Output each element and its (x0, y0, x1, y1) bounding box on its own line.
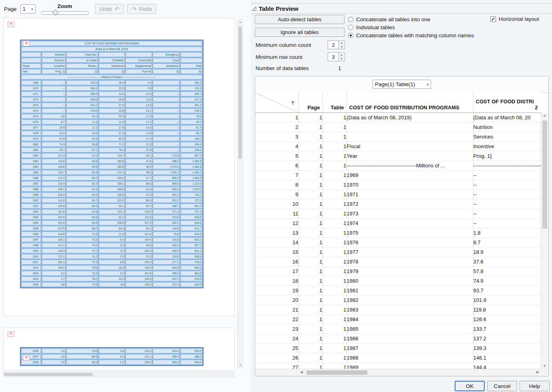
row-number-cell[interactable]: 12 (255, 218, 298, 228)
ignore-all-tables-button[interactable]: Ignore all tables (255, 28, 344, 37)
cell[interactable]: 1 (322, 122, 347, 132)
row-number-cell[interactable]: 2 (255, 122, 298, 132)
radio-option[interactable]: Concatenate tables with matching column … (348, 31, 474, 39)
scrollbar-thumb[interactable] (542, 121, 547, 229)
cell[interactable]: 1 (298, 285, 322, 295)
spin-down-icon[interactable]: ▼ (339, 57, 344, 61)
cell[interactable]: 1 (322, 141, 347, 151)
cell[interactable]: 1 (298, 314, 322, 324)
table-row[interactable]: 611-------------------------------------… (255, 161, 541, 170)
table-row[interactable]: 111(Data as of March 08, 2019)(Data as o… (255, 113, 541, 122)
table-row[interactable]: 1711197957.8 (255, 266, 541, 276)
cell[interactable]: 1 (322, 209, 347, 218)
table-row[interactable]: 25111987139.3 (255, 343, 541, 353)
cell[interactable]: 1 (298, 343, 322, 353)
cell[interactable]: 139.3 (473, 343, 541, 353)
cell[interactable]: 1 (322, 285, 347, 295)
cell[interactable]: 8.7 (473, 237, 541, 247)
cell[interactable]: 1982 (347, 295, 473, 305)
scroll-down-icon[interactable]: ▾ (238, 363, 243, 367)
cell[interactable]: 1 (298, 132, 322, 141)
cell[interactable]: 1972 (347, 199, 473, 209)
table-row[interactable]: 9111971-- (255, 189, 541, 199)
cell[interactable]: 74.9 (473, 276, 541, 285)
cell[interactable]: 1976 (347, 237, 473, 247)
cell[interactable]: 1 (322, 151, 347, 161)
table-row[interactable]: 1611197837.6 (255, 257, 541, 266)
row-number-cell[interactable]: 21 (255, 305, 298, 314)
cell[interactable]: 1 (322, 199, 347, 209)
cell[interactable]: 1 (298, 113, 322, 122)
row-number-cell[interactable]: 26 (255, 353, 298, 362)
cell[interactable]: 1 (298, 199, 322, 209)
cell[interactable]: ----------------------------------------… (347, 161, 473, 170)
table-row[interactable]: 141119768.7 (255, 237, 541, 247)
scrollbar-thumb[interactable] (238, 26, 242, 159)
redo-button[interactable]: ↷ Redo (127, 4, 156, 14)
cell[interactable]: 1 (298, 228, 322, 237)
table-row[interactable]: 1911198193.7 (255, 285, 541, 295)
scrollbar-thumb[interactable] (306, 370, 367, 375)
cell[interactable]: 1975 (347, 228, 473, 237)
page-select[interactable]: 1 ▾ (20, 4, 36, 14)
spin-down-icon[interactable]: ▼ (339, 45, 344, 49)
cell[interactable]: 144.4 (473, 362, 541, 369)
row-number-cell[interactable]: 25 (255, 343, 298, 353)
cell[interactable]: 1986 (347, 334, 473, 343)
cancel-button[interactable]: Cancel (487, 381, 517, 391)
cell[interactable]: 57.8 (473, 266, 541, 276)
row-number-cell[interactable]: 15 (255, 247, 298, 257)
table-row[interactable]: 1811198074.9 (255, 276, 541, 285)
cell[interactable]: -- (473, 199, 541, 209)
cell[interactable]: 1 (298, 170, 322, 180)
cell[interactable]: 1 (298, 247, 322, 257)
table-row[interactable]: 1511197718.9 (255, 247, 541, 257)
cell[interactable]: 1 (322, 324, 347, 334)
cell[interactable]: 1974 (347, 218, 473, 228)
cell[interactable]: 1 (298, 266, 322, 276)
cell[interactable]: 18.9 (473, 247, 541, 257)
row-number-cell[interactable]: 20 (255, 295, 298, 305)
row-number-cell[interactable]: 9 (255, 189, 298, 199)
cell[interactable]: 119.8 (473, 305, 541, 314)
table-row[interactable]: 22111984126.6 (255, 314, 541, 324)
cell[interactable]: Fiscal (347, 141, 473, 151)
scroll-left-icon[interactable]: ◀ (300, 370, 303, 374)
row-number-cell[interactable]: 24 (255, 334, 298, 343)
undo-button[interactable]: Undo ↶ (95, 4, 124, 14)
cell[interactable]: 1984 (347, 314, 473, 324)
min-column-count-spinner[interactable]: 2 ▲▼ (328, 40, 345, 49)
table-row[interactable]: 411FiscalIncentive (255, 141, 541, 151)
column-header-cost2[interactable]: COST OF FOOD DISTRI 2 (473, 92, 541, 113)
min-row-count-value[interactable]: 3 (328, 52, 339, 61)
cell[interactable]: 1 (298, 334, 322, 343)
cell[interactable]: 1 (322, 113, 347, 122)
grid-vertical-scrollbar[interactable]: ▲ ▼ (541, 113, 548, 369)
row-number-cell[interactable]: 22 (255, 314, 298, 324)
scrollbar-thumb[interactable] (4, 373, 93, 376)
cell[interactable]: 1 (298, 151, 322, 161)
row-number-cell[interactable]: 6 (255, 161, 298, 170)
table-red-triangle-menu-icon[interactable]: ▾ (23, 41, 30, 46)
cell[interactable]: Incentive (473, 141, 541, 151)
grid-horizontal-scrollbar[interactable]: ◀ ▶ (255, 369, 541, 376)
checkbox-checked-icon[interactable]: ✓ (490, 16, 496, 22)
cell[interactable]: 1980 (347, 276, 473, 285)
cell[interactable]: 1 (298, 209, 322, 218)
table-row[interactable]: 12111974-- (255, 218, 541, 228)
table-row[interactable]: 23111985133.7 (255, 324, 541, 334)
ok-button[interactable]: OK (455, 381, 485, 391)
page-red-triangle-menu-icon[interactable]: ▾ (8, 22, 14, 27)
cell[interactable]: 1981 (347, 285, 473, 295)
cell[interactable]: 146.1 (473, 353, 541, 362)
cell[interactable]: 1971 (347, 189, 473, 199)
cell[interactable]: 1 (298, 257, 322, 266)
row-number-cell[interactable]: 1 (255, 113, 298, 122)
row-number-cell[interactable]: 3 (255, 132, 298, 141)
cell[interactable] (347, 122, 473, 132)
column-header-table[interactable]: Table (322, 92, 347, 113)
cell[interactable]: 1 (322, 161, 347, 170)
pdf-detected-table-page1[interactable]: COST OF FOOD DISTRIBUTION PROGRAMS(Data … (20, 40, 203, 288)
cell[interactable]: 1 (298, 237, 322, 247)
table-row[interactable]: 211Nutrition (255, 122, 541, 132)
